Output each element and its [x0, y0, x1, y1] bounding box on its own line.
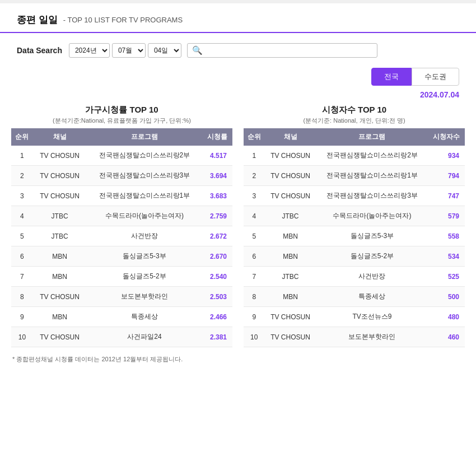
channel-cell: MBN [264, 287, 316, 307]
search-input-wrapper: 🔍 [187, 43, 377, 58]
program-cell: 사건반장 [316, 267, 428, 287]
channel-cell: TV CHOSUN [33, 186, 87, 206]
table-row: 2 TV CHOSUN 전국팬심쟁탈쇼미스쓰리랑3부 3.694 [11, 166, 232, 186]
channel-cell: TV CHOSUN [264, 327, 316, 347]
table-row: 7 JTBC 사건반장 525 [244, 267, 465, 287]
program-cell: 전국팬심쟁탈쇼미스쓰리랑2부 [316, 146, 428, 166]
value-cell: 579 [428, 206, 465, 226]
page-title: 종편 일일 [17, 13, 58, 26]
rank-cell: 6 [244, 246, 264, 267]
value-cell: 500 [428, 287, 465, 307]
search-icon[interactable]: 🔍 [192, 45, 203, 55]
value-cell: 2.540 [203, 267, 232, 287]
channel-cell: TV CHOSUN [264, 166, 316, 186]
table-row: 6 MBN 돌싱글즈5-3부 2.670 [11, 246, 232, 267]
rank-cell: 5 [11, 226, 33, 246]
program-cell: 특종세상 [86, 307, 202, 327]
channel-cell: MBN [33, 246, 87, 267]
table1-section: 가구시청률 TOP 10 (분석기준:National, 유료플랫폼 가입 가구… [11, 105, 232, 347]
table2-col-channel: 채널 [264, 128, 316, 146]
tables-row: 가구시청률 TOP 10 (분석기준:National, 유료플랫폼 가입 가구… [0, 105, 476, 347]
filter-btn-nationwide[interactable]: 전국 [371, 68, 412, 86]
table1-col-program: 프로그램 [86, 128, 202, 146]
channel-cell: TV CHOSUN [264, 146, 316, 166]
channel-cell: TV CHOSUN [33, 166, 87, 186]
value-cell: 3.683 [203, 186, 232, 206]
rank-cell: 9 [244, 307, 264, 327]
value-cell: 2.381 [203, 327, 232, 347]
rank-cell: 1 [11, 146, 33, 166]
table-row: 2 TV CHOSUN 전국팬심쟁탈쇼미스쓰리랑1부 794 [244, 166, 465, 186]
rank-cell: 8 [244, 287, 264, 307]
search-input[interactable] [203, 46, 372, 55]
filter-btn-metro[interactable]: 수도권 [412, 68, 459, 86]
value-cell: 525 [428, 267, 465, 287]
select-wrapper: 2024년 07월 04일 [69, 43, 181, 58]
rank-cell: 3 [11, 186, 33, 206]
table2-subtitle: (분석기준: National, 개인, 단위:전 명) [244, 117, 465, 125]
search-bar: Data Search 2024년 07월 04일 🔍 [0, 33, 476, 68]
month-select[interactable]: 07월 [112, 43, 146, 58]
table2: 순위 채널 프로그램 시청자수 1 TV CHOSUN 전국팬심쟁탈쇼미스쓰리랑… [244, 128, 465, 347]
day-select[interactable]: 04일 [148, 43, 181, 58]
rank-cell: 5 [244, 226, 264, 246]
table-row: 9 MBN 특종세상 2.466 [11, 307, 232, 327]
rank-cell: 10 [244, 327, 264, 347]
channel-cell: TV CHOSUN [33, 287, 87, 307]
value-cell: 2.672 [203, 226, 232, 246]
date-label: 2024.07.04 [0, 88, 476, 105]
page-wrapper: 종편 일일 - TOP 10 LIST FOR TV PROGRAMS Data… [0, 0, 476, 461]
value-cell: 2.670 [203, 246, 232, 267]
search-label: Data Search [17, 46, 62, 55]
table-row: 3 TV CHOSUN 전국팬심쟁탈쇼미스쓰리랑3부 747 [244, 186, 465, 206]
table-row: 5 JTBC 사건반장 2.672 [11, 226, 232, 246]
value-cell: 2.503 [203, 287, 232, 307]
program-cell: 전국팬심쟁탈쇼미스쓰리랑3부 [316, 186, 428, 206]
table-row: 1 TV CHOSUN 전국팬심쟁탈쇼미스쓰리랑2부 4.517 [11, 146, 232, 166]
channel-cell: JTBC [33, 226, 87, 246]
rank-cell: 10 [11, 327, 33, 347]
filter-buttons: 전국 수도권 [0, 68, 476, 86]
program-cell: 보도본부핫라인 [86, 287, 202, 307]
channel-cell: MBN [264, 246, 316, 267]
channel-cell: JTBC [264, 267, 316, 287]
table2-col-rank: 순위 [244, 128, 264, 146]
channel-cell: TV CHOSUN [264, 186, 316, 206]
rank-cell: 1 [244, 146, 264, 166]
value-cell: 934 [428, 146, 465, 166]
channel-cell: MBN [33, 307, 87, 327]
table1: 순위 채널 프로그램 시청률 1 TV CHOSUN 전국팬심쟁탈쇼미스쓰리랑2… [11, 128, 232, 347]
value-cell: 480 [428, 307, 465, 327]
table-row: 4 JTBC 수목드라마(놀아주는여자) 579 [244, 206, 465, 226]
program-cell: 특종세상 [316, 287, 428, 307]
program-cell: 보도본부핫라인 [316, 327, 428, 347]
table1-subtitle: (분석기준:National, 유료플랫폼 가입 가구, 단위:%) [11, 117, 232, 125]
program-cell: 전국팬심쟁탈쇼미스쓰리랑1부 [86, 186, 202, 206]
table-row: 8 MBN 특종세상 500 [244, 287, 465, 307]
table1-col-channel: 채널 [33, 128, 87, 146]
rank-cell: 9 [11, 307, 33, 327]
channel-cell: TV CHOSUN [33, 327, 87, 347]
footnote: * 종합편성채널 시청률 데이터는 2012년 12월부터 제공됩니다. [0, 347, 476, 368]
table2-section: 시청자수 TOP 10 (분석기준: National, 개인, 단위:전 명)… [244, 105, 465, 347]
rank-cell: 3 [244, 186, 264, 206]
value-cell: 4.517 [203, 146, 232, 166]
program-cell: 돌싱글즈5-2부 [86, 267, 202, 287]
program-cell: 돌싱글즈5-2부 [316, 246, 428, 267]
channel-cell: TV CHOSUN [33, 146, 87, 166]
table2-title: 시청자수 TOP 10 [244, 105, 465, 115]
channel-cell: JTBC [264, 206, 316, 226]
program-cell: 사건파일24 [86, 327, 202, 347]
rank-cell: 4 [11, 206, 33, 226]
program-cell: TV조선뉴스9 [316, 307, 428, 327]
table2-col-program: 프로그램 [316, 128, 428, 146]
table-row: 6 MBN 돌싱글즈5-2부 534 [244, 246, 465, 267]
table1-col-rank: 순위 [11, 128, 33, 146]
rank-cell: 2 [244, 166, 264, 186]
rank-cell: 2 [11, 166, 33, 186]
year-select[interactable]: 2024년 [69, 43, 110, 58]
table1-col-value: 시청률 [203, 128, 232, 146]
rank-cell: 4 [244, 206, 264, 226]
channel-cell: MBN [33, 267, 87, 287]
table-row: 5 MBN 돌싱글즈5-3부 558 [244, 226, 465, 246]
